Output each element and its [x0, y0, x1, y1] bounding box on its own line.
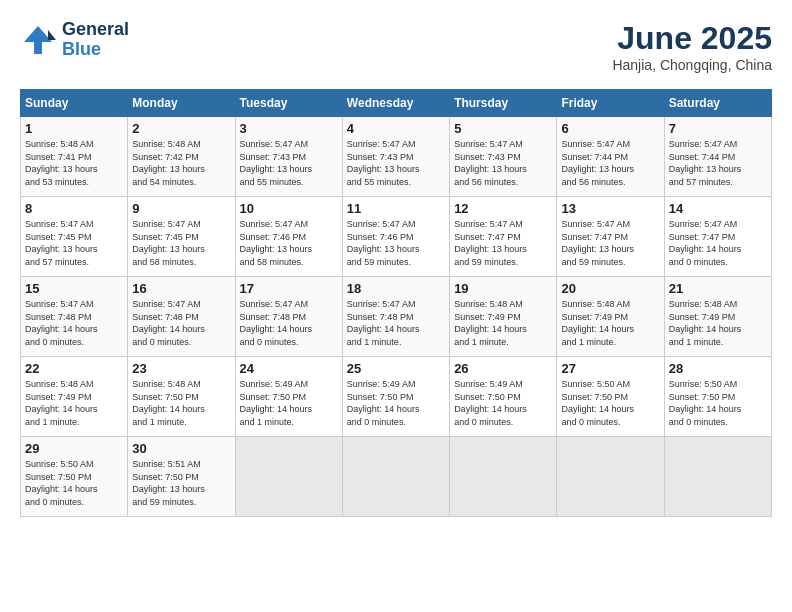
- day-info: Sunrise: 5:51 AMSunset: 7:50 PMDaylight:…: [132, 458, 230, 508]
- calendar-cell: 7Sunrise: 5:47 AMSunset: 7:44 PMDaylight…: [664, 117, 771, 197]
- day-number: 21: [669, 281, 767, 296]
- day-info: Sunrise: 5:47 AMSunset: 7:45 PMDaylight:…: [25, 218, 123, 268]
- calendar-cell: 24Sunrise: 5:49 AMSunset: 7:50 PMDayligh…: [235, 357, 342, 437]
- weekday-header-monday: Monday: [128, 90, 235, 117]
- calendar-cell: 8Sunrise: 5:47 AMSunset: 7:45 PMDaylight…: [21, 197, 128, 277]
- calendar-week-5: 29Sunrise: 5:50 AMSunset: 7:50 PMDayligh…: [21, 437, 772, 517]
- day-number: 4: [347, 121, 445, 136]
- title-area: June 2025 Hanjia, Chongqing, China: [612, 20, 772, 73]
- day-number: 24: [240, 361, 338, 376]
- day-number: 28: [669, 361, 767, 376]
- calendar-cell: [557, 437, 664, 517]
- calendar-cell: 19Sunrise: 5:48 AMSunset: 7:49 PMDayligh…: [450, 277, 557, 357]
- day-info: Sunrise: 5:47 AMSunset: 7:43 PMDaylight:…: [454, 138, 552, 188]
- day-number: 11: [347, 201, 445, 216]
- logo-blue: Blue: [62, 40, 129, 60]
- calendar-cell: 26Sunrise: 5:49 AMSunset: 7:50 PMDayligh…: [450, 357, 557, 437]
- weekday-header-sunday: Sunday: [21, 90, 128, 117]
- calendar-cell: [235, 437, 342, 517]
- day-info: Sunrise: 5:49 AMSunset: 7:50 PMDaylight:…: [454, 378, 552, 428]
- weekday-header-saturday: Saturday: [664, 90, 771, 117]
- day-number: 29: [25, 441, 123, 456]
- day-info: Sunrise: 5:49 AMSunset: 7:50 PMDaylight:…: [347, 378, 445, 428]
- calendar-cell: 10Sunrise: 5:47 AMSunset: 7:46 PMDayligh…: [235, 197, 342, 277]
- svg-marker-1: [48, 30, 56, 40]
- day-number: 13: [561, 201, 659, 216]
- calendar-cell: 12Sunrise: 5:47 AMSunset: 7:47 PMDayligh…: [450, 197, 557, 277]
- calendar-cell: 2Sunrise: 5:48 AMSunset: 7:42 PMDaylight…: [128, 117, 235, 197]
- day-info: Sunrise: 5:47 AMSunset: 7:44 PMDaylight:…: [561, 138, 659, 188]
- day-info: Sunrise: 5:48 AMSunset: 7:41 PMDaylight:…: [25, 138, 123, 188]
- page-header: General Blue June 2025 Hanjia, Chongqing…: [20, 20, 772, 73]
- day-info: Sunrise: 5:47 AMSunset: 7:45 PMDaylight:…: [132, 218, 230, 268]
- calendar-cell: [450, 437, 557, 517]
- svg-marker-0: [24, 26, 52, 54]
- calendar-cell: 1Sunrise: 5:48 AMSunset: 7:41 PMDaylight…: [21, 117, 128, 197]
- day-number: 25: [347, 361, 445, 376]
- day-info: Sunrise: 5:47 AMSunset: 7:43 PMDaylight:…: [347, 138, 445, 188]
- day-number: 26: [454, 361, 552, 376]
- day-number: 17: [240, 281, 338, 296]
- day-info: Sunrise: 5:47 AMSunset: 7:48 PMDaylight:…: [25, 298, 123, 348]
- day-number: 16: [132, 281, 230, 296]
- day-number: 8: [25, 201, 123, 216]
- calendar-cell: 11Sunrise: 5:47 AMSunset: 7:46 PMDayligh…: [342, 197, 449, 277]
- day-number: 10: [240, 201, 338, 216]
- day-info: Sunrise: 5:48 AMSunset: 7:50 PMDaylight:…: [132, 378, 230, 428]
- day-number: 2: [132, 121, 230, 136]
- day-info: Sunrise: 5:47 AMSunset: 7:46 PMDaylight:…: [347, 218, 445, 268]
- day-info: Sunrise: 5:48 AMSunset: 7:49 PMDaylight:…: [454, 298, 552, 348]
- calendar-cell: 15Sunrise: 5:47 AMSunset: 7:48 PMDayligh…: [21, 277, 128, 357]
- calendar-cell: 16Sunrise: 5:47 AMSunset: 7:48 PMDayligh…: [128, 277, 235, 357]
- calendar-cell: 13Sunrise: 5:47 AMSunset: 7:47 PMDayligh…: [557, 197, 664, 277]
- calendar-cell: 23Sunrise: 5:48 AMSunset: 7:50 PMDayligh…: [128, 357, 235, 437]
- day-info: Sunrise: 5:47 AMSunset: 7:48 PMDaylight:…: [347, 298, 445, 348]
- day-info: Sunrise: 5:50 AMSunset: 7:50 PMDaylight:…: [669, 378, 767, 428]
- calendar-cell: 6Sunrise: 5:47 AMSunset: 7:44 PMDaylight…: [557, 117, 664, 197]
- day-info: Sunrise: 5:47 AMSunset: 7:44 PMDaylight:…: [669, 138, 767, 188]
- day-info: Sunrise: 5:48 AMSunset: 7:42 PMDaylight:…: [132, 138, 230, 188]
- day-number: 22: [25, 361, 123, 376]
- month-title: June 2025: [612, 20, 772, 57]
- day-info: Sunrise: 5:47 AMSunset: 7:48 PMDaylight:…: [132, 298, 230, 348]
- day-info: Sunrise: 5:50 AMSunset: 7:50 PMDaylight:…: [561, 378, 659, 428]
- calendar-cell: [664, 437, 771, 517]
- day-info: Sunrise: 5:47 AMSunset: 7:47 PMDaylight:…: [561, 218, 659, 268]
- day-number: 12: [454, 201, 552, 216]
- weekday-header-friday: Friday: [557, 90, 664, 117]
- day-number: 23: [132, 361, 230, 376]
- calendar-cell: 18Sunrise: 5:47 AMSunset: 7:48 PMDayligh…: [342, 277, 449, 357]
- day-number: 7: [669, 121, 767, 136]
- calendar-cell: 28Sunrise: 5:50 AMSunset: 7:50 PMDayligh…: [664, 357, 771, 437]
- day-info: Sunrise: 5:48 AMSunset: 7:49 PMDaylight:…: [561, 298, 659, 348]
- day-info: Sunrise: 5:47 AMSunset: 7:48 PMDaylight:…: [240, 298, 338, 348]
- calendar-cell: 17Sunrise: 5:47 AMSunset: 7:48 PMDayligh…: [235, 277, 342, 357]
- weekday-header-thursday: Thursday: [450, 90, 557, 117]
- calendar-week-3: 15Sunrise: 5:47 AMSunset: 7:48 PMDayligh…: [21, 277, 772, 357]
- logo-icon: [20, 22, 56, 58]
- calendar-cell: 22Sunrise: 5:48 AMSunset: 7:49 PMDayligh…: [21, 357, 128, 437]
- day-info: Sunrise: 5:47 AMSunset: 7:46 PMDaylight:…: [240, 218, 338, 268]
- day-number: 5: [454, 121, 552, 136]
- calendar-week-1: 1Sunrise: 5:48 AMSunset: 7:41 PMDaylight…: [21, 117, 772, 197]
- calendar-cell: 30Sunrise: 5:51 AMSunset: 7:50 PMDayligh…: [128, 437, 235, 517]
- calendar-cell: 4Sunrise: 5:47 AMSunset: 7:43 PMDaylight…: [342, 117, 449, 197]
- location: Hanjia, Chongqing, China: [612, 57, 772, 73]
- day-info: Sunrise: 5:50 AMSunset: 7:50 PMDaylight:…: [25, 458, 123, 508]
- day-number: 30: [132, 441, 230, 456]
- logo: General Blue: [20, 20, 129, 60]
- calendar-cell: 5Sunrise: 5:47 AMSunset: 7:43 PMDaylight…: [450, 117, 557, 197]
- calendar-cell: 25Sunrise: 5:49 AMSunset: 7:50 PMDayligh…: [342, 357, 449, 437]
- calendar-week-4: 22Sunrise: 5:48 AMSunset: 7:49 PMDayligh…: [21, 357, 772, 437]
- calendar-cell: 14Sunrise: 5:47 AMSunset: 7:47 PMDayligh…: [664, 197, 771, 277]
- calendar-table: SundayMondayTuesdayWednesdayThursdayFrid…: [20, 89, 772, 517]
- day-number: 6: [561, 121, 659, 136]
- weekday-header-tuesday: Tuesday: [235, 90, 342, 117]
- day-number: 18: [347, 281, 445, 296]
- logo-general: General: [62, 20, 129, 40]
- day-info: Sunrise: 5:49 AMSunset: 7:50 PMDaylight:…: [240, 378, 338, 428]
- day-number: 9: [132, 201, 230, 216]
- calendar-cell: 9Sunrise: 5:47 AMSunset: 7:45 PMDaylight…: [128, 197, 235, 277]
- calendar-week-2: 8Sunrise: 5:47 AMSunset: 7:45 PMDaylight…: [21, 197, 772, 277]
- day-info: Sunrise: 5:47 AMSunset: 7:47 PMDaylight:…: [669, 218, 767, 268]
